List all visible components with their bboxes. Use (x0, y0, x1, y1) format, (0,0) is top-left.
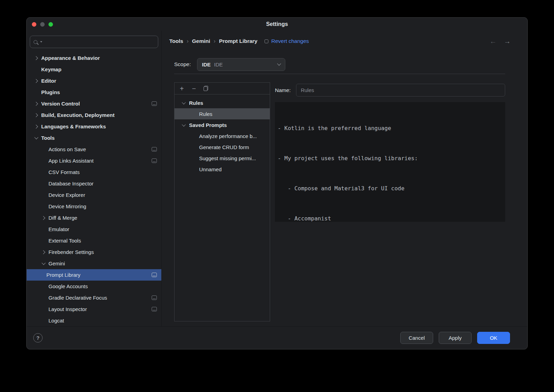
scope-label: Scope: (174, 61, 191, 67)
chevron-down-icon (181, 97, 186, 108)
settings-main-panel: Tools › Gemini › Prompt Library Revert c… (162, 31, 527, 326)
sidebar-item-csv-formats[interactable]: CSV Formats (27, 166, 161, 178)
chevron-right-icon (32, 121, 41, 132)
name-label: Name: (275, 87, 291, 93)
ide-settings-icon (152, 273, 157, 277)
traffic-lights (32, 18, 53, 31)
breadcrumb-separator: › (187, 38, 188, 44)
chevron-right-icon (32, 52, 41, 64)
chevron-right-icon (39, 246, 48, 258)
prompt-text-editor[interactable]: - Kotlin is the preferred language - My … (275, 102, 505, 222)
ok-button[interactable]: OK (477, 332, 510, 344)
cancel-button[interactable]: Cancel (400, 332, 433, 344)
sidebar-item-external-tools[interactable]: External Tools (27, 235, 161, 246)
search-input[interactable] (44, 39, 154, 45)
sidebar-item-diff-merge[interactable]: Diff & Merge (27, 212, 161, 224)
sidebar-item-tools[interactable]: Tools (27, 132, 161, 144)
prompt-line: - Accompanist (278, 213, 502, 222)
zoom-window-button[interactable] (48, 22, 53, 27)
prompt-list-toolbar: + − (175, 83, 270, 94)
prompt-group-saved-prompts[interactable]: Saved Prompts (175, 119, 270, 130)
prompt-name-input[interactable] (296, 84, 505, 97)
breadcrumb-tools[interactable]: Tools (169, 38, 183, 44)
prompt-group-rules[interactable]: Rules (175, 97, 270, 108)
ide-settings-icon (152, 307, 157, 311)
sidebar-item-version-control[interactable]: Version Control (27, 98, 161, 109)
name-row: Name: (275, 84, 505, 97)
help-button[interactable]: ? (33, 333, 43, 343)
sidebar-item-gradle-declarative-focus[interactable]: Gradle Declarative Focus (27, 292, 161, 303)
sidebar-item-database-inspector[interactable]: Database Inspector (27, 178, 161, 189)
sidebar-item-editor[interactable]: Editor (27, 75, 161, 86)
sidebar-item-device-mirroring[interactable]: Device Mirroring (27, 201, 161, 212)
sidebar-item-actions-on-save[interactable]: Actions on Save (27, 144, 161, 155)
ide-settings-icon (152, 147, 157, 152)
sidebar-item-emulator[interactable]: Emulator (27, 224, 161, 235)
search-history-caret-icon (40, 41, 42, 43)
remove-prompt-button[interactable]: − (191, 85, 196, 92)
prompt-item-analyze-performance[interactable]: Analyze performance b... (175, 130, 270, 142)
chevron-down-icon (32, 132, 41, 144)
sidebar-item-appearance-behavior[interactable]: Appearance & Behavior (27, 52, 161, 64)
forward-arrow-icon[interactable]: → (504, 38, 511, 45)
breadcrumb: Tools › Gemini › Prompt Library Revert c… (162, 31, 527, 52)
sidebar-item-firebender-settings[interactable]: Firebender Settings (27, 246, 161, 258)
sidebar-search-field[interactable] (30, 36, 158, 48)
titlebar: Settings (27, 18, 527, 31)
back-arrow-icon[interactable]: ← (490, 38, 497, 45)
window-title: Settings (266, 21, 288, 27)
prompt-line: - Kotlin is the preferred language (278, 123, 502, 133)
scope-dropdown[interactable]: IDE IDE (197, 58, 285, 71)
sidebar-item-keymap[interactable]: Keymap (27, 64, 161, 75)
chevron-down-icon (277, 62, 281, 65)
apply-button[interactable]: Apply (439, 332, 472, 344)
close-window-button[interactable] (32, 22, 36, 27)
scope-row: Scope: IDE IDE (162, 57, 527, 72)
search-icon (34, 40, 37, 44)
prompt-list-panel: + − Rules Rules Saved Prompts Analyze pe… (174, 82, 270, 321)
prompt-line: - Compose and Material3 for UI code (278, 183, 502, 193)
prompt-item-suggest-missing-permissions[interactable]: Suggest missing permi... (175, 153, 270, 164)
chevron-right-icon (32, 75, 41, 86)
add-prompt-button[interactable]: + (179, 85, 184, 92)
sidebar-item-app-links-assistant[interactable]: App Links Assistant (27, 155, 161, 166)
dialog-footer: ? Cancel Apply OK (27, 326, 527, 349)
scope-value: IDE (214, 62, 223, 67)
revert-changes-link[interactable]: Revert changes (265, 38, 309, 44)
chevron-right-icon (32, 109, 41, 121)
breadcrumb-gemini[interactable]: Gemini (192, 38, 211, 44)
sidebar-item-layout-inspector[interactable]: Layout Inspector (27, 303, 161, 315)
chevron-right-icon (39, 212, 48, 224)
breadcrumb-separator: › (214, 38, 215, 44)
chevron-down-icon (181, 119, 186, 130)
sidebar-item-languages-frameworks[interactable]: Languages & Frameworks (27, 121, 161, 132)
prompt-editor-panel: Name: - Kotlin is the preferred language… (275, 82, 505, 326)
sidebar-item-device-explorer[interactable]: Device Explorer (27, 189, 161, 201)
sidebar-item-plugins[interactable]: Plugins (27, 86, 161, 98)
settings-sidebar: Appearance & Behavior Keymap Editor Plug… (27, 31, 162, 326)
sidebar-item-build-execution-deployment[interactable]: Build, Execution, Deployment (27, 109, 161, 121)
ide-settings-icon (152, 101, 157, 106)
chevron-down-icon (39, 258, 48, 269)
history-navigation: ← → (490, 38, 511, 45)
revert-icon (265, 39, 268, 43)
sidebar-item-prompt-library[interactable]: Prompt Library (27, 269, 161, 281)
prompt-tree: Rules Rules Saved Prompts Analyze perfor… (175, 94, 270, 175)
prompt-item-generate-crud-form[interactable]: Generate CRUD form (175, 142, 270, 153)
prompt-item-unnamed[interactable]: Unnamed (175, 164, 270, 175)
sidebar-item-gemini[interactable]: Gemini (27, 258, 161, 269)
settings-window: Settings Appearance & Behavior Keymap Ed… (26, 17, 528, 349)
prompt-item-rules[interactable]: Rules (175, 108, 270, 119)
scope-tag: IDE (202, 62, 211, 67)
settings-tree: Appearance & Behavior Keymap Editor Plug… (27, 52, 161, 326)
copy-prompt-button[interactable] (204, 86, 208, 91)
ide-settings-icon (152, 158, 157, 163)
prompt-line: - My project uses the following librarie… (278, 153, 502, 163)
ide-settings-icon (152, 295, 157, 300)
minimize-window-button[interactable] (40, 22, 45, 27)
chevron-right-icon (32, 98, 41, 109)
sidebar-item-logcat[interactable]: Logcat (27, 315, 161, 326)
sidebar-item-google-accounts[interactable]: Google Accounts (27, 281, 161, 292)
breadcrumb-prompt-library[interactable]: Prompt Library (219, 38, 257, 44)
